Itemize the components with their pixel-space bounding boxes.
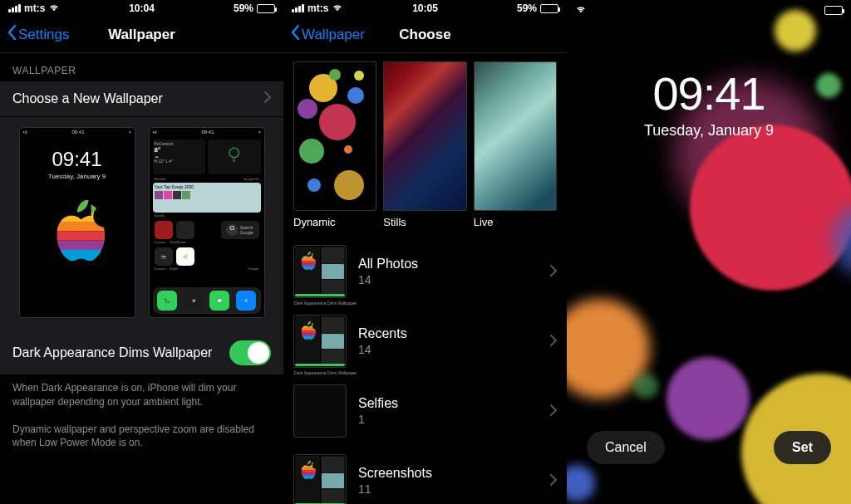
choose-wallpaper-pane: mt:s 10:05 59% Wallpaper Choose xyxy=(283,0,567,504)
battery-pct: 59% xyxy=(234,2,253,14)
cancel-button[interactable]: Cancel xyxy=(587,431,665,464)
preview-date: Tuesday, January 9 xyxy=(20,173,135,180)
svg-rect-17 xyxy=(299,336,316,341)
weather-widget: PoCarević8°☁H:12° L:4° xyxy=(153,139,206,174)
wallpaper-type-live[interactable]: Live xyxy=(474,61,557,228)
back-label: Settings xyxy=(18,27,69,43)
battery-icon xyxy=(540,4,558,13)
dark-dims-toggle[interactable] xyxy=(229,340,271,365)
wifi-icon xyxy=(332,2,343,15)
wallpaper-preview-pane: 09:41 Tuesday, January 9 Cancel Set xyxy=(567,0,851,504)
svg-rect-11 xyxy=(299,267,316,272)
album-screenshots[interactable]: Dark Appearance Dims Wallpaper Screensho… xyxy=(283,446,567,504)
footer-text-1: When Dark Appearance is on, iPhone will … xyxy=(0,374,283,416)
appstore-app-icon: A xyxy=(236,291,256,311)
album-thumb: Dark Appearance Dims Wallpaper xyxy=(293,315,347,368)
messages-app-icon: 💬 xyxy=(209,291,229,311)
svg-rect-18 xyxy=(299,461,316,464)
type-label: Stills xyxy=(383,216,466,228)
album-thumb xyxy=(293,384,347,438)
footer-text-2: Dynamic wallpaper and perspective zoom a… xyxy=(0,416,283,458)
svg-rect-9 xyxy=(299,261,316,263)
app-icon: 📷 xyxy=(155,247,173,266)
nav-bar: Settings Wallpaper xyxy=(0,17,283,53)
svg-rect-5 xyxy=(49,250,105,267)
svg-rect-20 xyxy=(299,467,316,470)
dark-dims-toggle-cell: Dark Appearance Dims Wallpaper xyxy=(0,331,283,374)
chevron-right-icon xyxy=(264,91,271,106)
album-count: 11 xyxy=(358,482,539,496)
back-button[interactable]: Wallpaper xyxy=(290,24,365,45)
wallpaper-type-dynamic[interactable]: Dynamic xyxy=(293,61,376,228)
settings-app-icon: ⚙ xyxy=(184,291,204,311)
apple-logo-icon xyxy=(48,200,106,267)
app-icon: 🧭 xyxy=(176,247,194,266)
svg-rect-12 xyxy=(299,321,316,325)
lock-clock: 09:41 Tuesday, January 9 xyxy=(567,66,851,139)
app-icon xyxy=(155,221,173,239)
svg-rect-15 xyxy=(299,330,316,333)
home-screen-preview[interactable]: •ıl09:41▪ PoCarević8°☁H:12° L:4° ◯0 Weat… xyxy=(149,127,265,318)
wallpaper-type-stills[interactable]: Stills xyxy=(383,61,466,228)
signal-icon xyxy=(8,4,21,12)
dock: 📞 ⚙ 💬 A xyxy=(153,287,261,314)
chevron-right-icon xyxy=(550,265,557,279)
chevron-left-icon xyxy=(290,24,300,45)
svg-rect-14 xyxy=(299,328,316,330)
svg-rect-2 xyxy=(49,222,105,231)
wallpaper-preview-row: •ıl09:41▪ 09:41 Tuesday, January 9 xyxy=(0,117,283,331)
svg-rect-8 xyxy=(299,258,316,261)
choose-wallpaper-cell[interactable]: Choose a New Wallpaper xyxy=(0,81,283,117)
phone-app-icon: 📞 xyxy=(157,291,177,311)
carrier-label: mt:s xyxy=(24,2,45,14)
status-bar xyxy=(567,0,851,17)
nav-bar: Wallpaper Choose xyxy=(283,17,567,53)
type-label: Dynamic xyxy=(293,216,376,228)
carrier-label: mt:s xyxy=(307,2,328,14)
back-label: Wallpaper xyxy=(302,27,365,43)
album-name: Recents xyxy=(358,326,539,341)
status-bar: mt:s 10:04 59% xyxy=(0,0,283,17)
svg-rect-22 xyxy=(299,473,316,476)
album-count: 14 xyxy=(358,273,539,286)
fitness-widget: ◯0 xyxy=(208,139,261,174)
signal-icon xyxy=(292,4,304,12)
chevron-right-icon xyxy=(550,474,557,488)
svg-rect-6 xyxy=(299,252,316,255)
chevron-right-icon xyxy=(550,335,557,349)
svg-rect-1 xyxy=(49,213,105,222)
status-time: 10:04 xyxy=(97,2,186,14)
svg-rect-13 xyxy=(299,325,316,327)
album-count: 14 xyxy=(358,343,539,356)
chevron-right-icon xyxy=(550,404,557,418)
svg-rect-7 xyxy=(299,255,316,257)
svg-rect-16 xyxy=(299,334,316,336)
svg-rect-21 xyxy=(299,470,316,472)
battery-icon xyxy=(257,4,275,13)
album-thumb: Dark Appearance Dims Wallpaper xyxy=(293,245,347,298)
chevron-left-icon xyxy=(7,24,17,45)
set-button[interactable]: Set xyxy=(774,431,831,464)
wallpaper-types-row: Dynamic Stills Live xyxy=(283,53,567,237)
battery-icon xyxy=(824,6,843,15)
svg-rect-10 xyxy=(299,264,316,267)
status-bar: mt:s 10:05 59% xyxy=(283,0,567,17)
svg-rect-19 xyxy=(299,464,316,467)
lock-date: Tuesday, January 9 xyxy=(567,122,851,139)
album-count: 1 xyxy=(358,413,539,426)
back-button[interactable]: Settings xyxy=(7,24,69,45)
album-name: Selfies xyxy=(358,396,539,411)
svg-rect-3 xyxy=(49,231,105,240)
album-recents[interactable]: Dark Appearance Dims Wallpaper Recents 1… xyxy=(283,306,567,376)
album-name: All Photos xyxy=(358,257,539,272)
svg-rect-23 xyxy=(299,476,316,481)
section-header: WALLPAPER xyxy=(0,53,283,81)
svg-rect-4 xyxy=(49,241,105,250)
google-widget: G SearchGoogle xyxy=(221,221,259,239)
spotify-widget: Your Top Songs 2020 xyxy=(153,183,261,213)
album-all-photos[interactable]: Dark Appearance Dims Wallpaper All Photo… xyxy=(283,237,567,306)
cell-label: Choose a New Wallpaper xyxy=(12,91,163,106)
wifi-icon xyxy=(48,2,60,15)
album-selfies[interactable]: Selfies 1 xyxy=(283,376,567,446)
lock-screen-preview[interactable]: •ıl09:41▪ 09:41 Tuesday, January 9 xyxy=(19,127,135,318)
